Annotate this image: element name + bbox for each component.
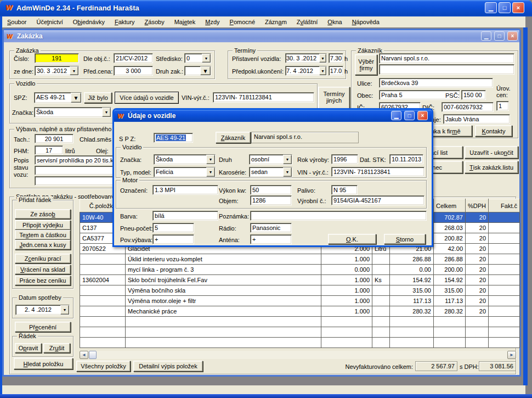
menu-item[interactable]: Pomocné (225, 16, 260, 27)
table-cell[interactable]: 20 (466, 296, 489, 306)
dlg-note-field[interactable] (250, 211, 427, 221)
order-number-field[interactable]: 191 (35, 53, 79, 63)
dlg-vin-field[interactable]: 123VIN- 7181123841 (331, 167, 425, 177)
table-cell[interactable] (372, 338, 390, 348)
table-cell[interactable]: Ks (372, 275, 390, 285)
dropdown-arrow-icon[interactable]: ▼ (206, 155, 215, 164)
table-cell[interactable] (80, 338, 126, 348)
street-field[interactable]: Brdečkova 39 (379, 78, 493, 88)
table-cell[interactable]: 1.000 (321, 296, 372, 306)
table-cell[interactable]: 20 (466, 265, 489, 275)
table-cell[interactable] (434, 338, 466, 348)
table-cell[interactable] (390, 327, 434, 338)
dropdown-arrow-icon[interactable]: ▼ (200, 66, 211, 75)
dlg-fuel-field[interactable]: N 95 (331, 185, 358, 195)
dlg-kind-combo[interactable]: osobní▼ (249, 154, 292, 165)
table-cell[interactable] (372, 254, 390, 265)
dlg-mandatory-field[interactable]: + (152, 234, 194, 244)
table-cell[interactable] (489, 233, 520, 244)
table-cell[interactable] (466, 338, 489, 348)
table-cell[interactable]: 0.000 (321, 265, 372, 275)
order-close-button[interactable]: × (507, 31, 518, 41)
spz-combo[interactable]: AES 49-21▼ (34, 92, 82, 103)
table-cell[interactable] (466, 327, 489, 338)
contacts-button[interactable]: Kontakty (475, 125, 512, 137)
table-cell[interactable]: Sklo boční trojúhelník Fel.Fav (126, 275, 321, 285)
column-header[interactable]: %DPH (466, 199, 489, 212)
table-cell[interactable]: 42.00 (434, 244, 466, 254)
table-cell[interactable] (372, 306, 390, 317)
table-cell[interactable] (80, 254, 126, 265)
dialog-minimize-button[interactable]: ▁ (391, 111, 401, 120)
dlg-brand-combo[interactable]: Škoda▼ (154, 154, 216, 165)
menu-item[interactable]: Faktury (110, 16, 140, 27)
table-cell[interactable]: Výměna bočního skla (126, 285, 321, 296)
table-cell[interactable] (80, 285, 126, 296)
dialog-close-button[interactable]: × (417, 111, 428, 120)
table-cell[interactable] (80, 265, 126, 275)
table-cell[interactable]: 20 (466, 244, 489, 254)
find-item-button[interactable]: Hledat položku (14, 358, 73, 369)
menu-item[interactable]: Nápověda (347, 16, 384, 27)
table-cell[interactable]: 20 (466, 254, 489, 265)
dlg-ok-button[interactable]: O.K. (328, 234, 376, 244)
vin-field[interactable]: 123VIN- 7181123841 (213, 92, 314, 103)
table-cell[interactable] (80, 327, 126, 338)
table-cell[interactable] (372, 296, 390, 306)
table-cell[interactable]: Mechanické práce (126, 306, 321, 317)
menu-item[interactable]: Objednávky (68, 16, 110, 27)
table-cell[interactable]: 200.82 (434, 233, 466, 244)
table-cell[interactable] (466, 317, 489, 327)
table-cell[interactable] (489, 265, 520, 275)
dialog-maximize-button[interactable]: □ (404, 111, 415, 120)
pristaveni-date-combo[interactable]: 30. 3 .2012▼ (285, 53, 327, 63)
table-row[interactable] (80, 327, 520, 338)
already-was-button[interactable]: Již bylo (84, 92, 112, 103)
table-cell[interactable] (321, 338, 372, 348)
dropdown-arrow-icon[interactable]: ▼ (102, 108, 111, 117)
table-cell[interactable] (126, 338, 321, 348)
table-cell[interactable]: Výměna motor.oleje + filtr (126, 296, 321, 306)
dlg-customer-button[interactable]: Zákazník (216, 132, 251, 143)
add-row-button[interactable]: Z ceníku prací (15, 254, 71, 264)
table-cell[interactable] (126, 327, 321, 338)
table-cell[interactable] (489, 317, 520, 327)
dropdown-arrow-icon[interactable]: ▼ (70, 66, 78, 75)
menu-item[interactable]: Zvláštní (292, 16, 323, 27)
dlg-color-field[interactable]: bílá (152, 211, 218, 221)
reprice-button[interactable]: Přecenění (15, 322, 71, 332)
table-cell[interactable] (126, 317, 321, 327)
detailed-list-button[interactable]: Detailní výpis položek (133, 361, 203, 372)
table-cell[interactable] (390, 317, 434, 327)
add-row-button[interactable]: Práce bez ceníku (15, 276, 71, 285)
table-cell[interactable] (489, 338, 520, 348)
table-cell[interactable] (372, 317, 390, 327)
dropdown-arrow-icon[interactable]: ▼ (202, 54, 211, 63)
add-row-button[interactable]: Vrácení na sklad (15, 265, 71, 274)
pred-cena-field[interactable]: 3 000 (114, 66, 153, 76)
more-vehicle-data-button[interactable]: Více údajů o vozidle (115, 92, 179, 104)
table-cell[interactable]: 13602004 (80, 275, 126, 285)
table-cell[interactable]: 20 (466, 212, 489, 223)
table-cell[interactable]: 280.32 (390, 306, 434, 317)
all-items-button[interactable]: Všechny položky (76, 361, 131, 372)
table-cell[interactable]: 315.00 (434, 285, 466, 296)
dlg-tires-field[interactable]: 5 (152, 223, 194, 233)
table-cell[interactable]: mycí linka - program č. 3 (126, 265, 321, 275)
hscrollbar[interactable]: ◄ ► (80, 351, 516, 359)
scroll-right-button[interactable]: ► (507, 351, 516, 359)
consumption-date-combo[interactable]: 2. 4 .2012▼ (15, 305, 70, 315)
table-cell[interactable] (489, 244, 520, 254)
table-cell[interactable] (489, 254, 520, 265)
add-row-button[interactable]: Jedn.cena x kusy (15, 240, 71, 250)
table-row[interactable]: Výměna bočního skla1.000315.00315.0020 (80, 285, 520, 296)
column-header[interactable]: Fakt.č (489, 199, 520, 212)
table-cell[interactable] (372, 285, 390, 296)
dropdown-arrow-icon[interactable]: ▼ (206, 167, 215, 177)
dlg-year-field[interactable]: 1996 (331, 154, 358, 164)
druh-zak-combo[interactable]: ▼ (184, 66, 211, 76)
dropdown-arrow-icon[interactable]: ▼ (283, 167, 292, 177)
dlg-body-combo[interactable]: sedan▼ (249, 167, 292, 177)
maximize-button[interactable]: □ (499, 2, 511, 13)
pristaveni-time-field[interactable]: 7.30 (329, 53, 343, 63)
